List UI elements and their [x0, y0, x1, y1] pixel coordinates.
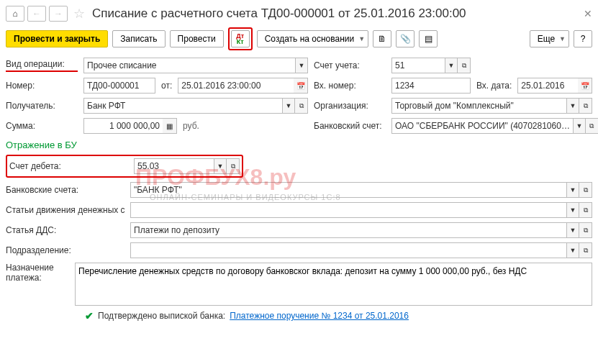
help-button[interactable]: ?: [574, 30, 592, 47]
favorite-icon[interactable]: ☆: [73, 6, 85, 22]
dds-label: Статья ДДС:: [6, 225, 124, 235]
in-number-input[interactable]: 1234: [391, 78, 471, 94]
currency-label: руб.: [183, 121, 199, 131]
dropdown-icon[interactable]: ▼: [566, 182, 579, 198]
post-button[interactable]: Провести: [170, 30, 224, 47]
check-icon[interactable]: ✔: [85, 310, 94, 322]
calendar-icon[interactable]: 📅: [294, 78, 308, 94]
in-number-label: Вх. номер:: [314, 81, 386, 91]
from-label: от:: [161, 81, 172, 91]
post-and-close-button[interactable]: Провести и закрыть: [6, 30, 108, 47]
dds-input[interactable]: Платежи по депозиту: [130, 222, 566, 238]
open-icon[interactable]: ⧉: [295, 98, 308, 114]
dropdown-icon[interactable]: ▼: [282, 98, 295, 114]
dropdown-icon[interactable]: ▼: [445, 58, 458, 73]
dropdown-icon[interactable]: ▼: [295, 58, 308, 73]
open-icon[interactable]: ⧉: [579, 98, 592, 114]
more-button[interactable]: Еще▼: [530, 30, 569, 47]
recipient-label: Получатель:: [6, 101, 78, 111]
home-button[interactable]: ⌂: [6, 6, 24, 22]
calendar-icon[interactable]: 📅: [578, 78, 592, 94]
org-label: Организация:: [314, 101, 386, 111]
org-input[interactable]: Торговый дом "Комплексный": [391, 98, 566, 114]
highlighted-dt-kt: ДтКт: [228, 27, 253, 50]
attach-button[interactable]: 📎: [396, 30, 414, 47]
open-icon[interactable]: ⧉: [579, 242, 592, 258]
open-icon[interactable]: ⧉: [579, 202, 592, 218]
back-button[interactable]: ←: [27, 6, 46, 22]
number-label: Номер:: [6, 81, 78, 91]
dropdown-icon[interactable]: ▼: [566, 98, 579, 114]
bank-account-input[interactable]: ОАО "СБЕРБАНК РОССИИ" (4070281060…: [391, 118, 573, 134]
account-input[interactable]: 51: [391, 58, 445, 73]
topbar: ⌂ ← → ☆ Списание с расчетного счета ТД00…: [6, 6, 592, 22]
confirm-label: Подтверждено выпиской банка:: [98, 311, 225, 321]
dropdown-icon[interactable]: ▼: [573, 118, 586, 134]
calculator-icon[interactable]: ▦: [163, 118, 177, 134]
toolbar: Провести и закрыть Записать Провести ДтК…: [6, 27, 592, 50]
bank-account-label: Банковский счет:: [314, 121, 386, 131]
print-button[interactable]: 🗎: [373, 30, 391, 47]
open-icon[interactable]: ⧉: [579, 222, 592, 238]
recipient-input[interactable]: Банк РФТ: [83, 98, 282, 114]
open-icon[interactable]: ⧉: [586, 118, 598, 134]
forward-button[interactable]: →: [49, 6, 68, 22]
save-button[interactable]: Записать: [112, 30, 165, 47]
dt-kt-button[interactable]: ДтКт: [231, 30, 250, 47]
highlighted-debit-account: Счет дебета: 55.03 ▼ ⧉: [6, 155, 243, 178]
account-label: Счет учета:: [314, 60, 386, 70]
payment-order-link[interactable]: Платежное поручение № 1234 от 25.01.2016: [230, 311, 409, 321]
dropdown-icon[interactable]: ▼: [566, 202, 579, 218]
division-label: Подразделение:: [6, 245, 124, 255]
in-date-label: Вх. дата:: [476, 81, 512, 91]
division-input[interactable]: [130, 242, 566, 258]
purpose-textarea[interactable]: [75, 263, 592, 306]
number-input[interactable]: ТД00-000001: [83, 78, 155, 94]
report-button[interactable]: ▤: [419, 30, 438, 47]
section-bu-title: Отражение в БУ: [6, 140, 592, 150]
cash-flow-label: Статьи движения денежных ср...: [6, 205, 124, 215]
dropdown-icon[interactable]: ▼: [214, 158, 227, 174]
debit-account-label: Счет дебета:: [9, 161, 128, 171]
create-based-button[interactable]: Создать на основании▼: [257, 30, 368, 47]
purpose-label: Назначение платежа:: [6, 263, 69, 283]
in-date-input[interactable]: 25.01.2016: [517, 78, 578, 94]
bank-accounts-input[interactable]: "БАНК РФТ": [130, 182, 566, 198]
open-icon[interactable]: ⧉: [458, 58, 471, 73]
sum-input[interactable]: 1 000 000,00: [83, 118, 163, 134]
cash-flow-input[interactable]: [130, 202, 566, 218]
page-title: Списание с расчетного счета ТД00-000001 …: [92, 6, 466, 21]
open-icon[interactable]: ⧉: [579, 182, 592, 198]
date-input[interactable]: 25.01.2016 23:00:00: [178, 78, 294, 94]
bank-accounts-label: Банковские счета:: [6, 185, 124, 195]
operation-type-input[interactable]: Прочее списание: [83, 58, 295, 73]
dropdown-icon[interactable]: ▼: [566, 222, 579, 238]
dropdown-icon[interactable]: ▼: [566, 242, 579, 258]
sum-label: Сумма:: [6, 121, 78, 131]
close-button[interactable]: ✕: [584, 8, 592, 19]
debit-account-input[interactable]: 55.03: [134, 158, 214, 174]
operation-type-label: Вид операции:: [6, 59, 78, 72]
open-icon[interactable]: ⧉: [227, 158, 240, 174]
